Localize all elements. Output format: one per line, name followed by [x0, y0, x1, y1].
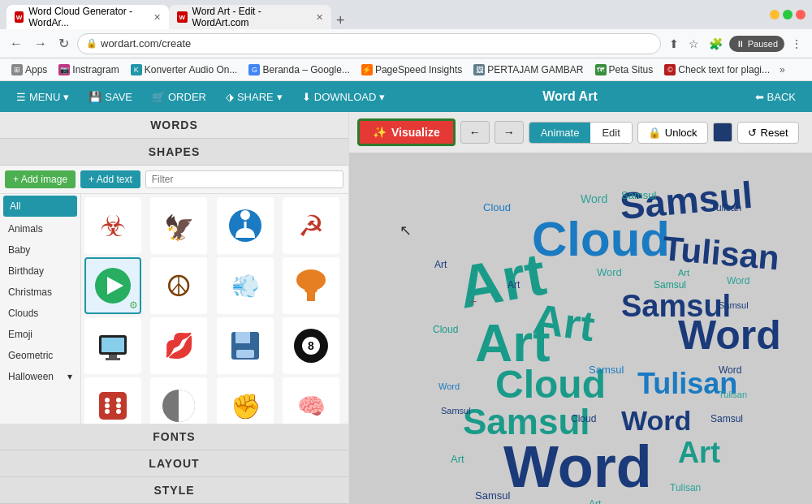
- shape-floppy[interactable]: [217, 317, 274, 374]
- minimize-button[interactable]: [770, 10, 780, 19]
- fonts-section-header[interactable]: FONTS: [0, 424, 348, 450]
- unlock-button[interactable]: 🔒 Unlock: [637, 122, 708, 144]
- tab-wordcloud[interactable]: W Word Cloud Generator - WordAr... ✕: [6, 5, 169, 29]
- tab-label-2: Word Art - Edit - WordArt.com: [192, 6, 308, 28]
- instagram-icon: 📷: [58, 64, 70, 75]
- bookmark-konverter[interactable]: K Konverter Audio On...: [126, 62, 243, 77]
- add-text-button[interactable]: + Add text: [80, 170, 140, 188]
- share-button[interactable]: ⬗ SHARE ▾: [218, 88, 291, 106]
- bookmark-pertajam-label: PERTAJAM GAMBAR: [487, 64, 583, 75]
- svg-text:🦅: 🦅: [164, 213, 195, 243]
- svg-text:Tulisan: Tulisan: [719, 390, 747, 399]
- shape-fist[interactable]: ✊: [217, 377, 274, 424]
- shape-brain[interactable]: 🧠: [283, 377, 339, 424]
- svg-text:🧠: 🧠: [296, 393, 325, 420]
- save-icon: 💾: [89, 91, 102, 103]
- bookmark-pagespeed[interactable]: ⚡ PageSpeed Insights: [356, 62, 467, 77]
- download-label: DOWNLOAD: [314, 91, 377, 103]
- svg-text:Word: Word: [719, 364, 741, 376]
- add-text-label: + Add text: [89, 174, 132, 185]
- svg-text:Art: Art: [451, 453, 464, 465]
- tab-close-1[interactable]: ✕: [153, 12, 161, 23]
- back-nav-button[interactable]: ←: [6, 35, 26, 53]
- category-animals[interactable]: Animals: [0, 218, 80, 239]
- shape-play-circle[interactable]: [84, 257, 141, 314]
- category-baby[interactable]: Baby: [0, 239, 80, 261]
- maximize-button[interactable]: [783, 10, 793, 19]
- redo-button[interactable]: →: [495, 121, 524, 144]
- beranda-icon: G: [248, 64, 260, 75]
- bookmark-button[interactable]: ☆: [685, 36, 702, 52]
- menu-button[interactable]: ⋮: [788, 36, 806, 52]
- style-section-header[interactable]: STYLE: [0, 477, 348, 504]
- filter-input[interactable]: [145, 170, 343, 188]
- category-christmas[interactable]: Christmas: [0, 282, 80, 303]
- shape-explosion[interactable]: [283, 257, 339, 314]
- shapes-section-header[interactable]: SHAPES: [0, 139, 348, 166]
- shape-info-person[interactable]: i: [217, 197, 274, 254]
- menu-dropdown-button[interactable]: ☰ MENU ▾: [8, 88, 77, 106]
- category-birthday[interactable]: Birthday: [0, 261, 80, 282]
- menu-label: MENU: [29, 91, 60, 103]
- words-section-header[interactable]: WORDS: [0, 112, 348, 139]
- bottom-sections: FONTS LAYOUT STYLE: [0, 424, 348, 504]
- svg-text:✊: ✊: [230, 392, 261, 421]
- back-button[interactable]: ⬅ BACK: [747, 88, 804, 106]
- visualize-button[interactable]: ✨ Visualize: [357, 118, 456, 146]
- edit-button[interactable]: Edit: [590, 123, 631, 143]
- layout-section-header[interactable]: LAYOUT: [0, 450, 348, 477]
- shape-flame-bird[interactable]: 🦅: [150, 197, 207, 254]
- category-geometric[interactable]: Geometric: [0, 345, 80, 366]
- unlock-label: Unlock: [665, 127, 698, 139]
- bookmark-instagram[interactable]: 📷 Instragram: [54, 62, 123, 77]
- extensions-button[interactable]: 🧩: [706, 36, 726, 52]
- bookmarks-more[interactable]: »: [780, 64, 785, 75]
- pagespeed-icon: ⚡: [361, 64, 373, 75]
- svg-text:Samsul: Samsul: [719, 300, 749, 310]
- category-all[interactable]: All: [3, 196, 77, 217]
- svg-text:Samsul: Samsul: [589, 364, 624, 376]
- shape-wind[interactable]: 💨: [217, 257, 274, 314]
- category-clouds[interactable]: Clouds: [0, 303, 80, 324]
- shape-biohazard[interactable]: ☣: [84, 197, 141, 254]
- category-emoji[interactable]: Emoji: [0, 324, 80, 345]
- shape-dice[interactable]: [84, 377, 141, 424]
- bookmark-check[interactable]: © Check text for plagi...: [659, 62, 775, 77]
- color-picker[interactable]: [713, 123, 732, 142]
- category-halloween[interactable]: Halloween ▾: [0, 366, 80, 387]
- add-image-button[interactable]: + Add image: [5, 170, 76, 188]
- share-page-button[interactable]: ⬆: [666, 36, 682, 52]
- undo-button[interactable]: ←: [460, 121, 490, 144]
- shape-half-circle[interactable]: [150, 377, 207, 424]
- window-controls: [770, 10, 806, 19]
- bookmark-pertajam[interactable]: 🖼 PERTAJAM GAMBAR: [469, 62, 588, 77]
- address-input[interactable]: 🔒 wordart.com/create: [77, 33, 661, 54]
- reload-button[interactable]: ↻: [55, 34, 72, 53]
- bookmark-beranda[interactable]: G Beranda – Google...: [244, 62, 354, 77]
- bookmark-konverter-label: Konverter Audio On...: [145, 64, 238, 75]
- back-icon: ⬅: [755, 91, 764, 103]
- word-cloud[interactable]: Samsul Cloud Tulisan Art Art Samsul Word…: [369, 138, 792, 505]
- save-button[interactable]: 💾 SAVE: [80, 88, 140, 106]
- bookmark-apps[interactable]: ⊞ Apps: [6, 62, 52, 77]
- close-button[interactable]: [796, 10, 806, 19]
- bookmark-peta[interactable]: 🗺 Peta Situs: [590, 62, 659, 77]
- shape-communist[interactable]: ☭: [283, 197, 339, 254]
- shape-tv[interactable]: [84, 317, 141, 374]
- shape-peace[interactable]: ☮: [150, 257, 207, 314]
- animate-button[interactable]: Animate: [529, 123, 591, 143]
- shape-lips[interactable]: 💋: [150, 317, 207, 374]
- new-tab-button[interactable]: +: [331, 12, 350, 29]
- download-arrow: ▾: [379, 91, 385, 103]
- tab-wordart[interactable]: W Word Art - Edit - WordArt.com ✕: [169, 5, 331, 29]
- forward-nav-button[interactable]: →: [31, 35, 50, 53]
- browser-titlebar: W Word Cloud Generator - WordAr... ✕ W W…: [0, 0, 812, 29]
- shape-8ball[interactable]: 8: [283, 317, 339, 374]
- download-button[interactable]: ⬇ DOWNLOAD ▾: [294, 88, 394, 106]
- order-button[interactable]: 🛒 ORDER: [144, 88, 214, 106]
- reset-button[interactable]: ↺ Reset: [737, 122, 799, 144]
- fonts-label: FONTS: [153, 430, 195, 443]
- tab-close-2[interactable]: ✕: [316, 12, 323, 23]
- halloween-arrow: ▾: [67, 371, 72, 382]
- svg-rect-16: [106, 358, 120, 360]
